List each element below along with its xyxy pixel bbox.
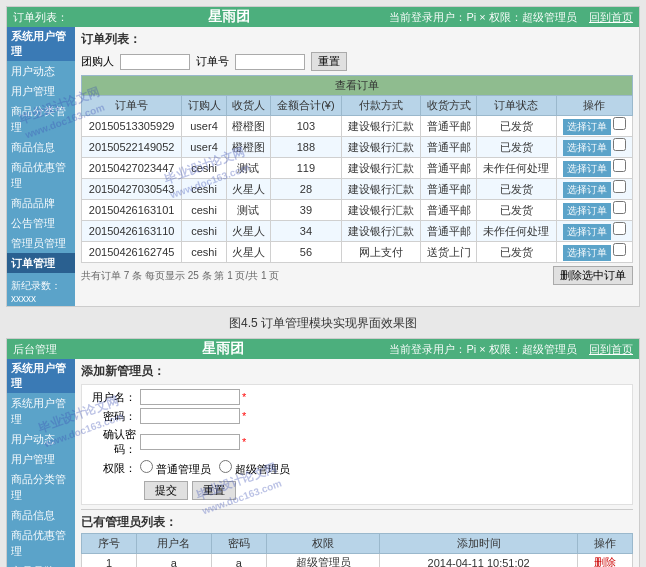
- username-label: 用户名：: [90, 390, 140, 405]
- action-1[interactable]: 选择订单: [556, 116, 632, 137]
- sidebar-item-sys-user[interactable]: 系统用户管理: [7, 393, 75, 429]
- receiver-2: 橙橙图: [226, 137, 270, 158]
- status-3: 未作任何处理: [477, 158, 556, 179]
- page-wrapper: 毕业设计论文网www.doc163.com 毕业设计论文网www.doc163.…: [0, 0, 646, 567]
- row-checkbox-6[interactable]: [613, 222, 626, 235]
- sidebar-item-promo-2[interactable]: 商品优惠管理: [7, 525, 75, 561]
- sidebar-item-user-mgmt-2[interactable]: 用户管理: [7, 449, 75, 469]
- confirm-field[interactable]: [140, 434, 240, 450]
- th-status: 订单状态: [477, 96, 556, 116]
- confirm-label: 确认密码：: [90, 427, 140, 457]
- sidebar-section-title-2: 系统用户管理: [7, 359, 75, 393]
- action-6[interactable]: 选择订单: [556, 221, 632, 242]
- form-row-confirm: 确认密码： *: [90, 427, 624, 457]
- order-no-1: 20150513305929: [82, 116, 182, 137]
- order-id-input[interactable]: [235, 54, 305, 70]
- th-add-time: 添加时间: [380, 534, 577, 554]
- role-normal-text: 普通管理员: [156, 463, 211, 475]
- delete-selected-btn[interactable]: 删除选中订单: [553, 266, 633, 285]
- action-3[interactable]: 选择订单: [556, 158, 632, 179]
- action-7[interactable]: 选择订单: [556, 242, 632, 263]
- select-order-btn-7[interactable]: 选择订单: [563, 245, 611, 261]
- row-checkbox-5[interactable]: [613, 201, 626, 214]
- form-row-role: 权限： 普通管理员 超级管理员: [90, 460, 624, 477]
- th-password: 密码: [211, 534, 266, 554]
- reset-button[interactable]: 重置: [311, 52, 347, 71]
- return-home-1[interactable]: 回到首页: [589, 11, 633, 23]
- return-home-2[interactable]: 回到首页: [589, 343, 633, 355]
- sidebar-item-product-info[interactable]: 商品信息: [7, 137, 75, 157]
- sidebar-item-order-mgmt[interactable]: 订单管理: [7, 253, 75, 273]
- form-buttons: 提交 重置: [90, 481, 624, 500]
- sidebar-item-admin-mgmt[interactable]: 管理员管理: [7, 233, 75, 253]
- admin-no-1: 1: [82, 554, 137, 568]
- sidebar-item-product-cat-2[interactable]: 商品分类管理: [7, 469, 75, 505]
- sidebar-section-title-1: 系统用户管理: [7, 27, 75, 61]
- order-no-7: 20150426162745: [82, 242, 182, 263]
- site-title-2: 星雨团: [57, 340, 389, 358]
- order-section-title: 订单列表：: [81, 31, 633, 48]
- th-receiver: 收货人: [226, 96, 270, 116]
- select-order-btn-1[interactable]: 选择订单: [563, 119, 611, 135]
- username-field[interactable]: [140, 389, 240, 405]
- action-2[interactable]: 选择订单: [556, 137, 632, 158]
- row-checkbox-2[interactable]: [613, 138, 626, 151]
- password-label: 密码：: [90, 409, 140, 424]
- delivery-3: 普通平邮: [421, 158, 477, 179]
- th-operation: 操作: [577, 534, 632, 554]
- payment-7: 网上支付: [341, 242, 420, 263]
- row-checkbox-1[interactable]: [613, 117, 626, 130]
- receiver-1: 橙橙图: [226, 116, 270, 137]
- top-bar-1: 订单列表： 星雨团 当前登录用户：Pi × 权限：超级管理员 回到首页: [7, 7, 639, 27]
- order-no-3: 20150427023447: [82, 158, 182, 179]
- select-order-btn-5[interactable]: 选择订单: [563, 203, 611, 219]
- sidebar-item-user-mgmt[interactable]: 用户管理: [7, 81, 75, 101]
- status-5: 已发货: [477, 200, 556, 221]
- caption-1: 图4.5 订单管理模块实现界面效果图: [6, 315, 640, 332]
- row-checkbox-3[interactable]: [613, 159, 626, 172]
- sidebar-item-product-brand[interactable]: 商品品牌: [7, 193, 75, 213]
- radio-normal[interactable]: [140, 460, 153, 473]
- payment-3: 建设银行汇款: [341, 158, 420, 179]
- select-order-btn-3[interactable]: 选择订单: [563, 161, 611, 177]
- buyer-3: ceshi: [182, 158, 226, 179]
- row-checkbox-7[interactable]: [613, 243, 626, 256]
- order-table: 查看订单 订单号 订购人 收货人 金额合计(¥) 付款方式 收货方式 订单状态 …: [81, 75, 633, 263]
- order-id-label: 订单号: [196, 54, 229, 69]
- admin-action-1[interactable]: 删除: [577, 554, 632, 568]
- role-super-text: 超级管理员: [235, 463, 290, 475]
- sidebar-item-product-info-2[interactable]: 商品信息: [7, 505, 75, 525]
- content-area-1: 系统用户管理 用户动态 用户管理 商品分类管理 商品信息 商品优惠管理 商品品牌…: [7, 27, 639, 306]
- reset-button-2[interactable]: 重置: [192, 481, 236, 500]
- buyer-4: ceshi: [182, 179, 226, 200]
- submit-button[interactable]: 提交: [144, 481, 188, 500]
- receiver-input[interactable]: [120, 54, 190, 70]
- delete-admin-btn-1[interactable]: 删除: [594, 556, 616, 567]
- amount-3: 119: [271, 158, 341, 179]
- admin-table-body: 1 a a 超级管理员 2014-04-11 10:51:02 删除: [82, 554, 633, 568]
- admin-layout-2: 后台管理 星雨团 当前登录用户：Pi × 权限：超级管理员 回到首页 系统用户管…: [7, 339, 639, 567]
- delivery-6: 普通平邮: [421, 221, 477, 242]
- th-order-no: 订单号: [82, 96, 182, 116]
- sidebar-item-product-promo[interactable]: 商品优惠管理: [7, 157, 75, 193]
- action-4[interactable]: 选择订单: [556, 179, 632, 200]
- th-role: 权限: [266, 534, 380, 554]
- receiver-7: 火星人: [226, 242, 270, 263]
- select-order-btn-2[interactable]: 选择订单: [563, 140, 611, 156]
- sidebar-item-user-dynamic-2[interactable]: 用户动态: [7, 429, 75, 449]
- sidebar-item-user-dynamic[interactable]: 用户动态: [7, 61, 75, 81]
- row-checkbox-4[interactable]: [613, 180, 626, 193]
- select-order-btn-4[interactable]: 选择订单: [563, 182, 611, 198]
- order-no-4: 20150427030543: [82, 179, 182, 200]
- radio-super[interactable]: [219, 460, 232, 473]
- receiver-3: 测试: [226, 158, 270, 179]
- password-field[interactable]: [140, 408, 240, 424]
- action-5[interactable]: 选择订单: [556, 200, 632, 221]
- sidebar-item-product-category[interactable]: 商品分类管理: [7, 101, 75, 137]
- sidebar-item-brand-2[interactable]: 商品品牌: [7, 561, 75, 567]
- select-order-btn-6[interactable]: 选择订单: [563, 224, 611, 240]
- sidebar-item-announcement[interactable]: 公告管理: [7, 213, 75, 233]
- order-no-2: 20150522149052: [82, 137, 182, 158]
- buyer-2: user4: [182, 137, 226, 158]
- table-row: 20150427030543 ceshi 火星人 28 建设银行汇款 普通平邮 …: [82, 179, 633, 200]
